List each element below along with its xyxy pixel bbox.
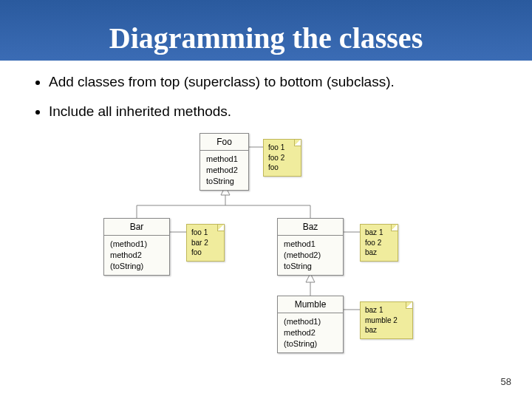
note-line: baz xyxy=(365,248,393,258)
note-line: foo 2 xyxy=(365,238,393,248)
class-methods: (method1) method2 (toString) xyxy=(104,236,169,275)
class-box-bar: Bar (method1) method2 (toString) xyxy=(103,218,170,276)
class-name-label: Foo xyxy=(200,134,248,151)
note-mumble: baz 1 mumble 2 baz xyxy=(360,301,413,339)
method-label: method2 xyxy=(110,250,163,261)
class-box-baz: Baz method1 (method2) toString xyxy=(277,218,344,276)
method-label: method2 xyxy=(284,327,337,338)
method-label: method2 xyxy=(206,165,242,176)
class-methods: method1 method2 toString xyxy=(200,151,248,190)
uml-diagram: Foo method1 method2 toString foo 1 foo 2… xyxy=(59,133,473,369)
method-label: method1 xyxy=(206,154,242,165)
method-label: (toString) xyxy=(284,338,337,349)
note-line: foo xyxy=(268,163,296,173)
note-line: mumble 2 xyxy=(365,316,408,326)
slide-title: Diagramming the classes xyxy=(0,0,532,55)
page-number: 58 xyxy=(501,376,511,387)
note-line: bar 2 xyxy=(191,238,219,248)
method-label: (toString) xyxy=(110,261,163,272)
note-line: foo 1 xyxy=(191,228,219,238)
note-line: foo xyxy=(191,248,219,258)
class-methods: method1 (method2) toString xyxy=(278,236,343,275)
method-label: (method1) xyxy=(110,239,163,250)
note-line: foo 2 xyxy=(268,153,296,163)
method-label: toString xyxy=(284,261,337,272)
note-foo: foo 1 foo 2 foo xyxy=(263,139,301,177)
class-name-label: Mumble xyxy=(278,296,343,313)
note-line: baz 1 xyxy=(365,305,408,316)
method-label: toString xyxy=(206,176,242,187)
note-line: baz 1 xyxy=(365,228,393,238)
class-name-label: Baz xyxy=(278,219,343,236)
note-baz: baz 1 foo 2 baz xyxy=(360,224,398,262)
note-line: baz xyxy=(365,325,408,335)
bullet-list: Add classes from top (superclass) to bot… xyxy=(19,74,532,120)
class-box-foo: Foo method1 method2 toString xyxy=(200,133,249,191)
bullet-item-1: Add classes from top (superclass) to bot… xyxy=(49,74,532,90)
method-label: (method2) xyxy=(284,250,337,261)
method-label: (method1) xyxy=(284,316,337,327)
title-band: Diagramming the classes xyxy=(0,0,532,61)
class-methods: (method1) method2 (toString) xyxy=(278,313,343,352)
bullet-item-2: Include all inherited methods. xyxy=(49,103,532,120)
note-line: foo 1 xyxy=(268,143,296,153)
note-bar: foo 1 bar 2 foo xyxy=(186,224,225,262)
class-name-label: Bar xyxy=(104,219,169,236)
class-box-mumble: Mumble (method1) method2 (toString) xyxy=(277,296,344,353)
method-label: method1 xyxy=(284,239,337,250)
